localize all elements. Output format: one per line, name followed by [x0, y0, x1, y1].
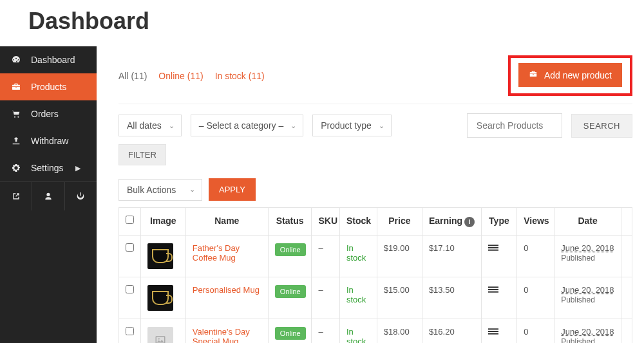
- filter-instock-link[interactable]: In stock (11): [215, 71, 265, 81]
- status-badge: Online: [275, 327, 306, 340]
- briefcase-icon: [10, 81, 22, 93]
- svg-rect-2: [488, 245, 498, 246]
- add-new-product-button[interactable]: Add new product: [518, 63, 622, 87]
- bulk-actions-select[interactable]: Bulk Actions ⌄: [118, 179, 202, 201]
- col-type: Type: [481, 208, 517, 236]
- product-name-link[interactable]: Personalised Mug: [193, 285, 260, 295]
- col-status: Status: [268, 208, 312, 236]
- product-thumbnail: [147, 243, 173, 269]
- col-views: Views: [517, 208, 554, 236]
- external-link-button[interactable]: [0, 182, 32, 210]
- sidebar-item-label: Dashboard: [31, 55, 75, 65]
- svg-rect-4: [488, 249, 498, 250]
- sku-cell: –: [312, 235, 339, 277]
- col-name: Name: [185, 208, 268, 236]
- chevron-down-icon: ⌄: [189, 185, 195, 194]
- user-button[interactable]: [32, 182, 64, 210]
- category-select[interactable]: – Select a category – ⌄: [191, 115, 304, 136]
- table-row: Valentine's Day Special MugOnline–In sto…: [119, 319, 632, 343]
- svg-rect-12: [488, 333, 498, 334]
- price-cell: $18.00: [377, 319, 422, 343]
- status-filter-links: All (11) Online (11) In stock (11): [118, 71, 265, 81]
- product-thumbnail: [147, 285, 173, 311]
- type-cell: [481, 277, 517, 319]
- power-button[interactable]: [65, 182, 97, 210]
- cart-icon: [10, 108, 22, 120]
- svg-rect-11: [488, 331, 498, 332]
- sidebar: Dashboard Products Orders Withdraw Setti…: [0, 46, 97, 343]
- price-cell: $15.00: [377, 277, 422, 319]
- product-thumbnail: [147, 327, 173, 344]
- select-all-checkbox[interactable]: [126, 216, 134, 224]
- svg-rect-3: [488, 247, 498, 248]
- svg-rect-5: [488, 286, 498, 288]
- stock-cell: In stock: [339, 277, 377, 319]
- status-badge: Online: [275, 243, 306, 256]
- sku-cell: –: [312, 277, 339, 319]
- col-sku: SKU: [312, 208, 339, 236]
- add-button-label: Add new product: [544, 70, 612, 80]
- table-row: Personalised MugOnline–In stock$15.00$13…: [119, 277, 632, 319]
- page-title: Dashboard: [0, 0, 644, 46]
- date-cell: June 20, 2018Published: [554, 235, 621, 277]
- apply-button[interactable]: APPLY: [209, 178, 256, 201]
- stock-cell: In stock: [339, 235, 377, 277]
- sidebar-item-orders[interactable]: Orders: [0, 100, 97, 127]
- search-input[interactable]: [467, 113, 562, 138]
- content-area: All (11) Online (11) In stock (11) Add n…: [97, 46, 644, 343]
- earning-cell: $13.50: [422, 277, 481, 319]
- add-product-highlight: Add new product: [508, 55, 632, 96]
- filter-online-link[interactable]: Online (11): [158, 71, 203, 81]
- products-table: Image Name Status SKU Stock Price Earnin…: [118, 207, 632, 343]
- earning-cell: $17.10: [422, 235, 481, 277]
- product-name-link[interactable]: Valentine's Day Special Mug: [193, 327, 250, 344]
- col-image: Image: [140, 208, 185, 236]
- type-cell: [481, 235, 517, 277]
- svg-point-1: [17, 116, 19, 118]
- sidebar-item-label: Settings: [31, 163, 64, 173]
- svg-point-0: [14, 116, 15, 118]
- sidebar-item-label: Orders: [31, 109, 59, 119]
- svg-rect-7: [488, 291, 498, 292]
- views-cell: 0: [517, 319, 554, 343]
- type-cell: [481, 319, 517, 343]
- row-checkbox[interactable]: [126, 327, 134, 335]
- sku-cell: –: [312, 319, 339, 343]
- sidebar-item-label: Withdraw: [31, 136, 68, 146]
- row-checkbox[interactable]: [126, 243, 134, 252]
- table-row: Father's Day Coffee MugOnline–In stock$1…: [119, 235, 632, 277]
- svg-rect-6: [488, 289, 498, 290]
- row-checkbox[interactable]: [126, 285, 134, 293]
- sidebar-item-settings[interactable]: Settings ▶: [0, 154, 97, 181]
- date-cell: June 20, 2018Published: [554, 319, 621, 343]
- chevron-down-icon: ⌄: [169, 122, 175, 130]
- gear-icon: [10, 162, 22, 174]
- filter-all-link[interactable]: All (11): [118, 71, 147, 81]
- chevron-down-icon: ⌄: [379, 122, 384, 130]
- info-icon: i: [464, 217, 475, 227]
- product-name-link[interactable]: Father's Day Coffee Mug: [193, 243, 240, 263]
- sidebar-item-dashboard[interactable]: Dashboard: [0, 46, 97, 73]
- sidebar-item-label: Products: [31, 82, 66, 92]
- svg-rect-10: [488, 328, 498, 329]
- col-date: Date: [554, 208, 621, 236]
- status-badge: Online: [275, 285, 306, 298]
- chevron-down-icon: ⌄: [290, 122, 296, 130]
- svg-point-9: [158, 338, 159, 339]
- upload-icon: [10, 135, 22, 147]
- views-cell: 0: [517, 277, 554, 319]
- search-button[interactable]: SEARCH: [571, 114, 632, 138]
- sidebar-item-products[interactable]: Products: [0, 73, 97, 100]
- price-cell: $19.00: [377, 235, 422, 277]
- date-cell: June 20, 2018Published: [554, 277, 621, 319]
- dates-select[interactable]: All dates ⌄: [118, 115, 182, 136]
- filter-button[interactable]: FILTER: [118, 144, 166, 165]
- col-stock: Stock: [339, 208, 377, 236]
- product-type-select[interactable]: Product type ⌄: [312, 115, 392, 136]
- col-price: Price: [377, 208, 422, 236]
- sidebar-item-withdraw[interactable]: Withdraw: [0, 127, 97, 154]
- gauge-icon: [10, 54, 22, 66]
- views-cell: 0: [517, 235, 554, 277]
- chevron-right-icon: ▶: [75, 164, 80, 172]
- earning-cell: $16.20: [422, 319, 481, 343]
